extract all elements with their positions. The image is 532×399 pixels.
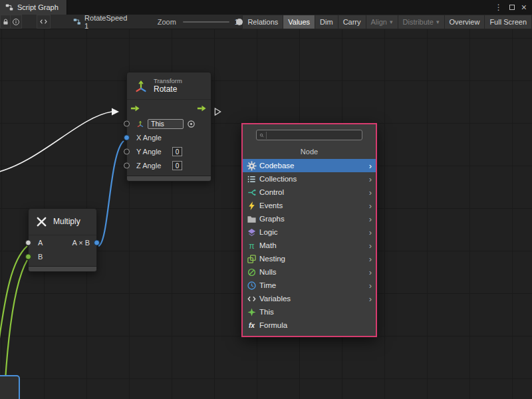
finder-item-time[interactable]: Time› (243, 279, 376, 292)
port-label: Z Angle (136, 162, 167, 170)
toolbar-button-values[interactable]: Values (283, 15, 315, 29)
chevron-right-icon: › (369, 162, 372, 170)
control-flow-row (127, 100, 211, 117)
code-icon (39, 17, 48, 26)
finder-item-collections[interactable]: Collections› (243, 172, 376, 186)
wire-green-a[interactable] (0, 246, 27, 352)
chevron-right-icon: › (369, 241, 372, 250)
this-port[interactable] (124, 121, 130, 127)
multiply-b-port[interactable] (25, 253, 31, 259)
control-input-arrow-icon[interactable] (130, 103, 140, 113)
info-icon (12, 18, 20, 26)
lightning-icon (247, 201, 257, 211)
finder-item-codebase[interactable]: Codebase› (243, 159, 376, 172)
finder-item-label: Variables (259, 295, 291, 303)
menu-icon[interactable]: ⋮ (495, 3, 503, 11)
graph-breadcrumb[interactable]: RotateSpeed 1 (73, 14, 128, 30)
chevron-right-icon: › (369, 268, 372, 277)
finder-search-field[interactable] (256, 130, 362, 140)
zoom-slider-track[interactable] (183, 21, 229, 23)
finder-item-control[interactable]: Control› (243, 186, 376, 199)
graph-canvas[interactable]: Transform Rotate This X Angle Y Angle (0, 29, 532, 399)
zoom-slider-handle[interactable] (236, 19, 243, 25)
wire-value-blue[interactable] (98, 141, 124, 246)
finder-item-label: This (259, 308, 274, 316)
finder-item-label: Logic (259, 228, 278, 236)
maximize-icon[interactable] (509, 3, 515, 11)
partial-offscreen-node[interactable] (0, 375, 20, 399)
search-icon (259, 132, 267, 139)
y-angle-port[interactable] (124, 149, 130, 155)
control-output-arrow-icon[interactable] (197, 103, 207, 113)
fx-icon: fx (247, 321, 257, 331)
close-icon[interactable]: × (521, 3, 527, 12)
x-angle-row: X Angle (127, 131, 211, 145)
toolbar-button-group: RelationsValuesDimCarryAlign▾Distribute▾… (242, 15, 532, 29)
wire-control-white[interactable] (0, 112, 112, 173)
z-angle-row: Z Angle 0 (127, 159, 211, 173)
toolbar-button-full-screen[interactable]: Full Screen (484, 15, 532, 29)
input-b-row: B (29, 249, 96, 263)
toolbar-button-carry[interactable]: Carry (338, 15, 366, 29)
y-angle-row: Y Angle 0 (127, 145, 211, 159)
toolbar-button-label: Carry (343, 18, 361, 26)
finder-header: Node (243, 144, 376, 159)
finder-item-formula[interactable]: fxFormula (243, 319, 376, 332)
x-angle-port[interactable] (124, 135, 130, 141)
finder-item-nesting[interactable]: Nesting› (243, 252, 376, 265)
zoom-label: Zoom (158, 18, 176, 26)
toolbar-button-dim[interactable]: Dim (315, 15, 338, 29)
node-footer (29, 266, 96, 271)
this-field[interactable]: This (148, 119, 184, 129)
chevron-right-icon: › (369, 215, 372, 223)
node-footer (127, 176, 211, 181)
toolbar-button-distribute[interactable]: Distribute▾ (398, 15, 444, 29)
star-icon (247, 307, 257, 317)
finder-item-this[interactable]: This (243, 305, 376, 319)
toolbar-button-align[interactable]: Align▾ (366, 15, 398, 29)
finder-item-math[interactable]: πMath› (243, 239, 376, 252)
node-multiply[interactable]: Multiply A A × B B (28, 208, 97, 272)
toolbar-button-label: Distribute (403, 18, 434, 26)
finder-item-label: Formula (259, 321, 287, 329)
logic-icon (247, 227, 257, 237)
chevron-right-icon: › (369, 281, 372, 290)
z-angle-port[interactable] (124, 163, 130, 169)
gear-icon (247, 161, 257, 171)
unconnected-flow-triangle-icon[interactable] (214, 107, 221, 116)
branch-icon (247, 188, 257, 198)
lock-icon (2, 18, 9, 26)
dropdown-caret-icon: ▾ (390, 19, 393, 25)
z-angle-value-field[interactable]: 0 (172, 161, 182, 170)
port-label: A (38, 239, 43, 247)
toolbar-button-overview[interactable]: Overview (444, 15, 485, 29)
chevron-right-icon: › (369, 201, 372, 210)
svg-text:π: π (249, 241, 254, 250)
info-button[interactable] (11, 15, 21, 29)
multiply-output-port[interactable] (94, 239, 100, 245)
finder-item-nulls[interactable]: Nulls› (243, 265, 376, 279)
multiply-icon (35, 215, 48, 228)
finder-item-label: Nesting (259, 255, 285, 263)
search-input[interactable] (269, 131, 359, 139)
node-transform-rotate[interactable]: Transform Rotate This X Angle Y Angle (126, 72, 211, 182)
finder-item-label: Codebase (259, 162, 294, 170)
multiply-a-port[interactable] (25, 239, 31, 245)
code-view-button[interactable] (37, 15, 51, 29)
this-port-row: This (127, 117, 211, 131)
toolbar-button-relations[interactable]: Relations (242, 15, 283, 29)
finder-item-graphs[interactable]: Graphs› (243, 212, 376, 225)
finder-item-logic[interactable]: Logic› (243, 225, 376, 239)
lock-button[interactable] (0, 15, 11, 29)
chevron-right-icon: › (369, 228, 372, 237)
target-picker-icon[interactable] (187, 120, 196, 128)
clock-icon (247, 281, 257, 291)
finder-item-variables[interactable]: Variables› (243, 292, 376, 305)
dropdown-caret-icon: ▾ (436, 19, 440, 25)
tab-script-graph[interactable]: Script Graph (0, 0, 67, 15)
y-angle-value-field[interactable]: 0 (172, 147, 182, 156)
window-controls: ⋮ × (495, 0, 532, 15)
chevron-right-icon: › (369, 255, 372, 263)
toolbar-button-label: Relations (247, 18, 278, 26)
finder-item-events[interactable]: Events› (243, 199, 376, 212)
